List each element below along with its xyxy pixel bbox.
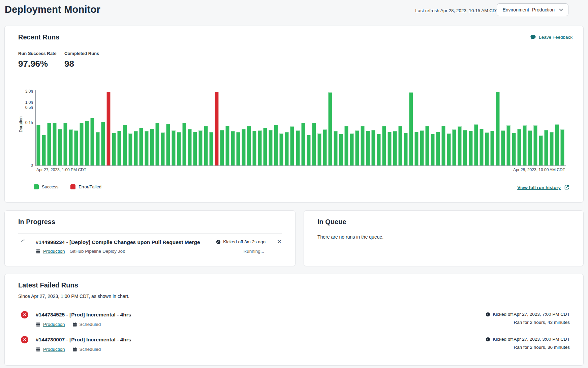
- chart-bar-success[interactable]: [42, 135, 46, 165]
- chart-bar-success[interactable]: [74, 130, 78, 165]
- chart-bar-success[interactable]: [53, 123, 57, 165]
- chart-bar-success[interactable]: [90, 118, 94, 165]
- chart-bar-success[interactable]: [414, 132, 419, 165]
- chart-bar-success[interactable]: [236, 132, 240, 165]
- chart-bar-success[interactable]: [425, 126, 429, 165]
- chart-bar-success[interactable]: [496, 92, 500, 165]
- chart-bar-success[interactable]: [155, 123, 159, 165]
- chart-bar-success[interactable]: [501, 130, 505, 165]
- chart-bar-success[interactable]: [134, 131, 138, 165]
- chart-bar-success[interactable]: [63, 123, 67, 165]
- chart-bar-success[interactable]: [209, 132, 213, 165]
- chart-bar-success[interactable]: [528, 130, 532, 165]
- chart-bar-success[interactable]: [355, 130, 359, 165]
- chart-bar-success[interactable]: [539, 135, 543, 165]
- chart-bar-success[interactable]: [269, 130, 273, 165]
- chart-bar-success[interactable]: [560, 129, 564, 165]
- chart-bar-success[interactable]: [409, 92, 413, 165]
- chart-bar-success[interactable]: [361, 126, 365, 165]
- chart-bar-success[interactable]: [85, 121, 89, 165]
- chart-bar-success[interactable]: [301, 123, 305, 165]
- chart-bar-success[interactable]: [58, 129, 62, 165]
- chart-bar-success[interactable]: [344, 126, 348, 165]
- chart-bar-success[interactable]: [458, 126, 462, 165]
- chart-bar-success[interactable]: [161, 132, 165, 165]
- chart-bar-success[interactable]: [69, 129, 73, 165]
- chart-bar-success[interactable]: [420, 130, 424, 165]
- chart-bar-success[interactable]: [101, 122, 105, 165]
- chart-bar-success[interactable]: [290, 126, 294, 165]
- chart-bar-success[interactable]: [225, 126, 229, 165]
- chart-bar-success[interactable]: [96, 132, 100, 165]
- chart-bar-success[interactable]: [533, 125, 537, 165]
- chart-bar-success[interactable]: [469, 131, 473, 165]
- chart-bar-success[interactable]: [323, 129, 327, 165]
- chart-bar-success[interactable]: [139, 128, 143, 165]
- chart-bar-success[interactable]: [285, 132, 289, 165]
- chart-bar-success[interactable]: [485, 132, 489, 165]
- chart-bar-success[interactable]: [150, 129, 154, 165]
- chart-bar-success[interactable]: [188, 129, 192, 165]
- chart-bar-success[interactable]: [123, 125, 127, 165]
- chart-bar-success[interactable]: [112, 133, 116, 165]
- chart-bar-success[interactable]: [474, 124, 478, 165]
- chart-bar-success[interactable]: [404, 133, 408, 165]
- chart-bar-success[interactable]: [263, 128, 267, 165]
- chart-bar-success[interactable]: [512, 133, 516, 165]
- chart-bar-success[interactable]: [555, 124, 559, 165]
- chart-bar-success[interactable]: [382, 126, 386, 165]
- chart-bar-success[interactable]: [431, 134, 435, 165]
- chart-bar-success[interactable]: [377, 134, 381, 165]
- chart-bar-success[interactable]: [350, 133, 354, 165]
- chart-bar-success[interactable]: [252, 131, 256, 165]
- chart-bar-success[interactable]: [479, 129, 484, 165]
- failed-run-environment-link[interactable]: Production: [43, 322, 65, 327]
- chart-bar-success[interactable]: [398, 126, 402, 165]
- chart-bar-success[interactable]: [80, 123, 84, 165]
- chart-bar-success[interactable]: [258, 130, 262, 165]
- chart-bar-success[interactable]: [242, 129, 246, 165]
- chart-bar-success[interactable]: [317, 133, 321, 165]
- chart-bar-success[interactable]: [452, 129, 456, 165]
- chart-bar-failed[interactable]: [215, 92, 219, 165]
- chart-bar-success[interactable]: [388, 132, 392, 165]
- chart-bar-success[interactable]: [193, 132, 197, 165]
- chart-bar-success[interactable]: [198, 130, 203, 165]
- failed-run-environment-link[interactable]: Production: [43, 347, 65, 352]
- chart-bar-success[interactable]: [339, 134, 343, 165]
- chart-bar-success[interactable]: [436, 132, 440, 165]
- chart-bar-success[interactable]: [523, 125, 527, 165]
- chart-bar-success[interactable]: [166, 124, 170, 165]
- chart-bar-success[interactable]: [296, 130, 300, 165]
- chart-bar-success[interactable]: [274, 125, 278, 165]
- chart-bar-success[interactable]: [544, 130, 548, 165]
- in-progress-environment-link[interactable]: Production: [43, 249, 65, 254]
- chart-bar-success[interactable]: [490, 131, 494, 165]
- chart-bar-success[interactable]: [312, 123, 316, 165]
- leave-feedback-link[interactable]: Leave Feedback: [530, 34, 572, 40]
- chart-bar-success[interactable]: [47, 123, 51, 165]
- chart-bar-success[interactable]: [366, 131, 370, 165]
- chart-bar-success[interactable]: [550, 132, 554, 165]
- view-full-run-history-link[interactable]: View full run history: [517, 184, 570, 190]
- chart-bar-success[interactable]: [463, 130, 467, 165]
- chart-bar-success[interactable]: [441, 126, 445, 165]
- chart-bar-success[interactable]: [117, 131, 121, 165]
- chart-bar-success[interactable]: [128, 133, 132, 165]
- chart-bar-success[interactable]: [371, 130, 375, 165]
- chart-bar-success[interactable]: [393, 131, 397, 165]
- chart-bar-success[interactable]: [506, 125, 510, 165]
- environment-dropdown[interactable]: Environment Production: [497, 3, 568, 16]
- close-icon[interactable]: ✕: [277, 239, 282, 245]
- chart-bar-success[interactable]: [177, 132, 181, 165]
- chart-bar-success[interactable]: [334, 131, 338, 165]
- chart-bar-success[interactable]: [517, 129, 521, 165]
- chart-bar-success[interactable]: [182, 123, 186, 165]
- chart-bar-failed[interactable]: [106, 92, 111, 165]
- chart-bar-success[interactable]: [328, 92, 332, 165]
- chart-bar-success[interactable]: [307, 135, 311, 165]
- chart-bar-success[interactable]: [231, 131, 235, 165]
- chart-bar-success[interactable]: [145, 131, 149, 165]
- chart-bar-success[interactable]: [447, 133, 451, 165]
- chart-bar-success[interactable]: [172, 130, 176, 165]
